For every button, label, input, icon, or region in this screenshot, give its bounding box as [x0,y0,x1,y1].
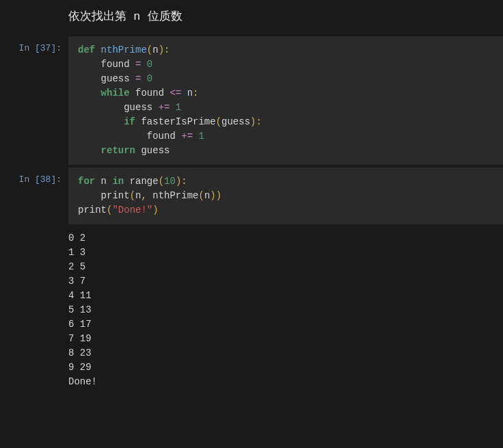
code-input[interactable]: for n in range(10): print(n, nthPrime(n)… [68,168,503,224]
cell-prompt: In [38]: [0,168,68,224]
section-heading: 依次找出第 n 位质数 [0,0,503,36]
code-cell: In [38]: for n in range(10): print(n, nt… [0,168,503,224]
code-cell: In [37]: def nthPrime(n): found = 0 gues… [0,36,503,165]
cell-prompt: In [37]: [0,36,68,165]
cell-output: 0 2 1 3 2 5 3 7 4 11 5 13 6 17 7 19 8 23… [0,227,503,389]
code-input[interactable]: def nthPrime(n): found = 0 guess = 0 whi… [68,36,503,165]
